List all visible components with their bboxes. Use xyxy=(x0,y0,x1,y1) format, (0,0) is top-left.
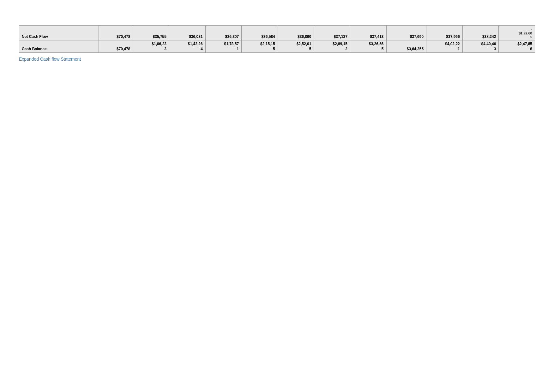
cash-balance-col8-bottom: 2 xyxy=(345,47,347,51)
cash-flow-table-wrapper: Net Cash Flow $70,478 $35,755 $36,031 $3… xyxy=(19,25,535,62)
cash-balance-label: Cash Balance xyxy=(19,40,99,53)
cash-balance-col11: $4,02,22 1 xyxy=(426,40,463,53)
net-cash-col3: $35,755 xyxy=(133,26,169,40)
net-cash-col2: $70,478 xyxy=(99,26,133,40)
cash-balance-col3: $1,06,23 3 xyxy=(133,40,169,53)
net-cash-col11: $37,966 xyxy=(426,26,463,40)
cash-balance-col7: $2,52,01 5 xyxy=(278,40,314,53)
cash-balance-col3-bottom: 3 xyxy=(164,47,166,51)
cash-balance-col7-top: $2,52,01 xyxy=(297,42,311,46)
net-cash-col13-bottom: $1,92,605 xyxy=(519,31,532,39)
cash-balance-col10: $3,64,255 xyxy=(386,40,426,53)
cash-balance-col2: $70,478 xyxy=(99,40,133,53)
cash-balance-col6-top: $2,15,15 xyxy=(260,42,275,46)
cash-balance-col13-bottom: 8 xyxy=(530,47,532,51)
net-cash-col5: $36,307 xyxy=(205,26,242,40)
cash-balance-col5-bottom: 1 xyxy=(237,47,239,51)
cash-balance-col6-bottom: 5 xyxy=(273,47,275,51)
net-cash-col13-top: - xyxy=(531,27,532,31)
cash-balance-col5-top: $1,78,57 xyxy=(224,42,239,46)
net-cash-col4: $36,031 xyxy=(169,26,205,40)
cash-balance-col8-top: $2,89,15 xyxy=(333,42,347,46)
cash-balance-col13-top: $2,47,85 xyxy=(517,42,532,46)
cash-balance-col9-bottom: 5 xyxy=(382,47,384,51)
net-cash-flow-label: Net Cash Flow xyxy=(19,26,99,40)
cash-balance-col13: $2,47,85 8 xyxy=(499,40,535,53)
net-cash-col9: $37,413 xyxy=(350,26,386,40)
net-cash-col6: $36,584 xyxy=(242,26,278,40)
cash-balance-col3-top: $1,06,23 xyxy=(152,42,166,46)
cash-balance-col12-bottom: 3 xyxy=(494,47,496,51)
cash-balance-col7-bottom: 5 xyxy=(309,47,311,51)
net-cash-col12: $38,242 xyxy=(462,26,499,40)
net-cash-col10: $37,690 xyxy=(386,26,426,40)
expanded-cash-flow-link[interactable]: Expanded Cash flow Statement xyxy=(19,57,81,62)
cash-balance-col12-top: $4,40,46 xyxy=(481,42,496,46)
net-cash-col7: $36,860 xyxy=(278,26,314,40)
cash-balance-col12: $4,40,46 3 xyxy=(462,40,499,53)
cash-flow-table: Net Cash Flow $70,478 $35,755 $36,031 $3… xyxy=(19,25,535,53)
cash-balance-col9-top: $3,26,56 xyxy=(369,42,384,46)
net-cash-col13: - $1,92,605 xyxy=(499,26,535,40)
cash-balance-col8: $2,89,15 2 xyxy=(314,40,350,53)
cash-balance-col6: $2,15,15 5 xyxy=(242,40,278,53)
cash-balance-col5: $1,78,57 1 xyxy=(205,40,242,53)
cash-balance-col11-top: $4,02,22 xyxy=(445,42,460,46)
cash-balance-col11-bottom: 1 xyxy=(458,47,460,51)
cash-balance-col9: $3,26,56 5 xyxy=(350,40,386,53)
cash-balance-col4-bottom: 4 xyxy=(201,47,203,51)
net-cash-col8: $37,137 xyxy=(314,26,350,40)
cash-balance-row: Cash Balance $70,478 $1,06,23 3 $1,42,26… xyxy=(19,40,535,53)
net-cash-flow-row: Net Cash Flow $70,478 $35,755 $36,031 $3… xyxy=(19,26,535,40)
cash-balance-col4-top: $1,42,26 xyxy=(188,42,203,46)
cash-balance-col4: $1,42,26 4 xyxy=(169,40,205,53)
